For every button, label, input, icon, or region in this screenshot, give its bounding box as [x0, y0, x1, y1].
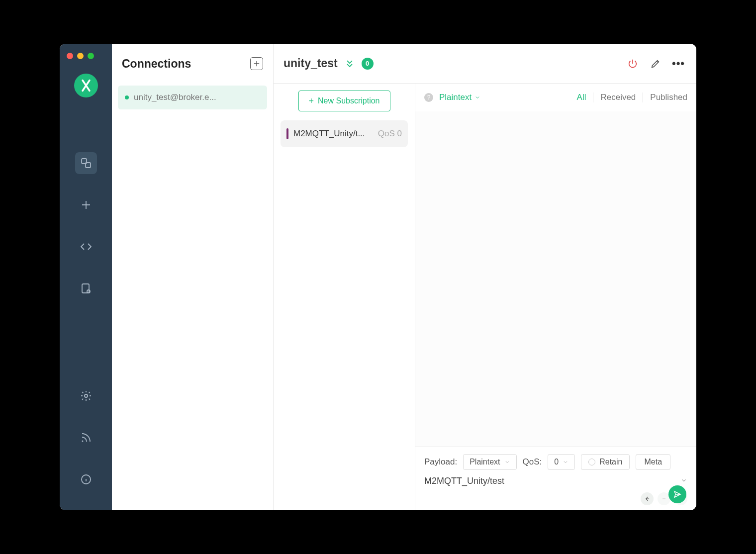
topic-input[interactable]	[424, 476, 680, 486]
new-subscription-button[interactable]: + New Subscription	[298, 91, 390, 111]
chevron-down-icon	[504, 459, 510, 465]
main-header: unity_test 0 •••	[274, 44, 696, 84]
message-count-badge: 0	[362, 58, 374, 70]
log-icon	[80, 282, 92, 294]
rss-icon	[80, 432, 92, 444]
info-icon	[80, 473, 92, 485]
subscription-topic: M2MQTT_Unity/t...	[293, 129, 373, 139]
nav-log[interactable]	[75, 277, 97, 299]
messages-area	[415, 111, 696, 447]
chevron-down-icon	[474, 94, 480, 100]
connection-name: unity_test@broker.e...	[134, 92, 216, 102]
history-nav	[424, 492, 687, 505]
filter-received[interactable]: Received	[593, 92, 643, 102]
qos-select[interactable]: 0	[548, 454, 575, 470]
close-window-button[interactable]	[67, 53, 73, 59]
help-icon[interactable]: ?	[424, 93, 433, 102]
payload-label: Payload:	[424, 457, 457, 467]
connections-title: Connections	[122, 57, 191, 71]
qos-label: QoS:	[523, 457, 542, 467]
send-button[interactable]	[668, 485, 686, 503]
qos-value: 0	[554, 458, 559, 466]
code-icon	[80, 241, 92, 253]
edit-button[interactable]	[648, 56, 663, 72]
chevron-down-icon	[563, 459, 568, 465]
messages-column: ? Plaintext All Received Published	[415, 84, 696, 510]
topic-row	[424, 476, 687, 486]
add-connection-button[interactable]	[250, 57, 263, 70]
send-icon	[673, 490, 682, 499]
minimize-window-button[interactable]	[77, 53, 84, 59]
nav-settings[interactable]	[75, 385, 97, 407]
maximize-window-button[interactable]	[88, 53, 94, 59]
retain-toggle[interactable]: Retain	[581, 454, 630, 470]
connections-panel: Connections unity_test@broker.e...	[112, 44, 274, 510]
window-controls	[67, 53, 94, 59]
meta-button[interactable]: Meta	[636, 454, 670, 470]
plus-icon	[253, 60, 261, 68]
main-body: + New Subscription M2MQTT_Unity/t... QoS…	[274, 84, 696, 510]
disconnect-button[interactable]	[625, 56, 641, 72]
publish-options-row: Payload: Plaintext QoS: 0 Retain	[424, 454, 687, 470]
main-area: unity_test 0 ••• + New Subscription	[274, 44, 696, 510]
payload-format-value: Plaintext	[470, 458, 500, 466]
connection-item[interactable]: unity_test@broker.e...	[118, 86, 267, 109]
chevron-down-icon[interactable]	[680, 476, 687, 486]
format-label: Plaintext	[439, 92, 472, 102]
new-subscription-label: New Subscription	[318, 96, 380, 105]
filter-tabs: All Received Published	[570, 92, 687, 102]
nav-feed[interactable]	[75, 427, 97, 449]
nav-about[interactable]	[75, 468, 97, 490]
subscription-item[interactable]: M2MQTT_Unity/t... QoS 0	[281, 120, 408, 147]
double-chevron-down-icon	[345, 59, 355, 69]
svg-rect-2	[82, 284, 89, 293]
app-window: Connections unity_test@broker.e... unity…	[60, 44, 696, 510]
nav-scripts[interactable]	[75, 236, 97, 258]
subscriptions-column: + New Subscription M2MQTT_Unity/t... QoS…	[274, 84, 415, 510]
meta-label: Meta	[644, 458, 662, 466]
connection-title: unity_test	[284, 57, 338, 70]
publish-panel: Payload: Plaintext QoS: 0 Retain	[415, 447, 696, 510]
left-sidebar	[60, 44, 112, 510]
logo-icon	[79, 79, 93, 92]
plus-icon: +	[308, 96, 314, 106]
app-logo	[74, 74, 98, 97]
status-dot-icon	[125, 95, 129, 99]
more-button[interactable]: •••	[670, 56, 686, 72]
expand-button[interactable]	[345, 59, 355, 69]
history-prev-button[interactable]	[641, 492, 654, 505]
format-select[interactable]: Plaintext	[439, 92, 480, 102]
retain-label: Retain	[599, 458, 622, 466]
dash-icon	[661, 495, 667, 502]
connections-icon	[80, 157, 92, 169]
nav-new[interactable]	[75, 194, 97, 216]
plus-icon	[80, 199, 92, 211]
nav-connections[interactable]	[75, 152, 97, 174]
connections-header: Connections	[112, 44, 273, 84]
svg-point-5	[82, 441, 83, 442]
payload-format-select[interactable]: Plaintext	[463, 454, 516, 470]
svg-point-4	[85, 394, 88, 397]
subscription-qos: QoS 0	[378, 129, 402, 139]
gear-icon	[80, 390, 92, 402]
arrow-left-icon	[644, 495, 651, 502]
pencil-icon	[650, 58, 661, 69]
messages-toolbar: ? Plaintext All Received Published	[415, 84, 696, 111]
filter-published[interactable]: Published	[643, 92, 687, 102]
ellipsis-icon: •••	[672, 57, 685, 70]
radio-icon	[588, 459, 595, 465]
power-icon	[627, 58, 638, 69]
subscription-color-bar	[286, 128, 288, 139]
filter-all[interactable]: All	[570, 92, 594, 102]
